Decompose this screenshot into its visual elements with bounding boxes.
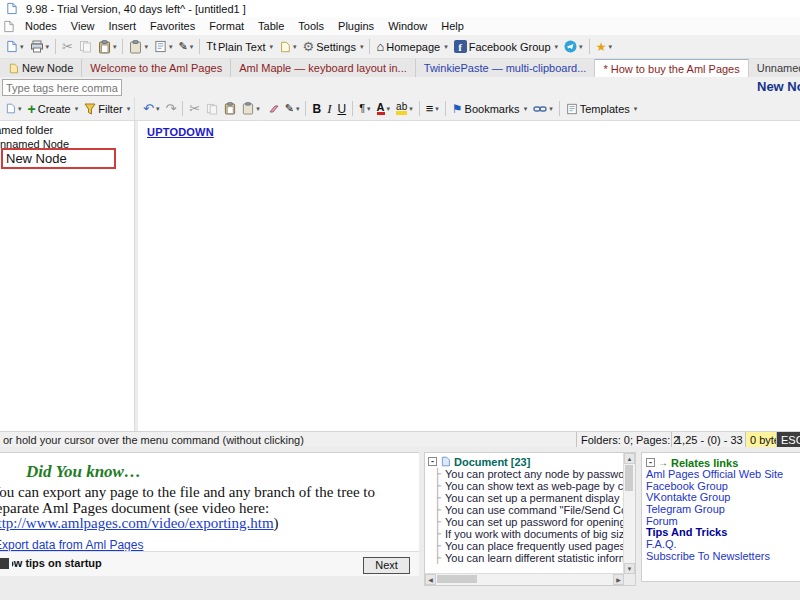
link-icon xyxy=(533,104,547,114)
tab-how-to-buy[interactable]: * How to buy the Aml Pages xyxy=(595,59,748,77)
tab-unnamed-node[interactable]: Unnamed Node xyxy=(749,59,800,77)
filter-button[interactable]: Filter ▾ xyxy=(81,98,133,119)
facebook-group-button[interactable]: f Facebook Group ▾ xyxy=(451,36,561,57)
node-type-button[interactable]: ▾ xyxy=(2,98,25,119)
menu-insert[interactable]: Insert xyxy=(101,17,143,35)
menu-table[interactable]: Table xyxy=(251,17,291,35)
list-button[interactable]: ≡▾ xyxy=(423,98,442,119)
social-button[interactable]: ▾ xyxy=(561,36,586,57)
tip-video-link[interactable]: http://www.amlpages.com/video/exporting.… xyxy=(0,515,274,531)
scroll-right-button[interactable]: ▶ xyxy=(613,574,624,585)
menu-plugins[interactable]: Plugins xyxy=(331,17,381,35)
template-icon xyxy=(566,103,578,115)
tip-tree-item[interactable]: ├You can protect any node by password. S… xyxy=(434,468,624,480)
document-icon xyxy=(440,456,451,467)
settings-button[interactable]: ⚙ Settings ▾ xyxy=(300,36,367,57)
plus-icon: + xyxy=(28,101,36,117)
editor-hyperlink[interactable]: UPTODOWN xyxy=(147,126,214,138)
node-rename-editbox[interactable]: New Node xyxy=(1,148,116,169)
tip-tree-item[interactable]: ├If you work with documents of big size,… xyxy=(434,528,624,540)
create-button[interactable]: + Create ▾ xyxy=(25,98,82,119)
tab-aml-maple[interactable]: Aml Maple — keyboard layout in... xyxy=(231,59,416,77)
branch-icon: ├ xyxy=(434,552,445,564)
notes-button[interactable]: ▾ xyxy=(151,36,176,57)
tip-tree-item[interactable]: ├You can learn different statistic infor… xyxy=(434,552,624,564)
toolbar-separator xyxy=(305,101,306,116)
bookmarks-label: Bookmarks xyxy=(465,103,520,115)
scrollbar-thumb[interactable] xyxy=(437,575,477,583)
edit-mode-button[interactable]: ▾ xyxy=(276,36,300,57)
current-node-title: New Node xyxy=(757,79,800,94)
templates-button[interactable]: Templates▾ xyxy=(563,98,641,119)
funnel-icon xyxy=(84,103,96,115)
collapse-icon[interactable]: - xyxy=(428,457,437,466)
homepage-button[interactable]: ⌂ Homepage ▾ xyxy=(373,36,450,57)
undo-button[interactable]: ↶▾ xyxy=(140,98,162,119)
tip-tree-item[interactable]: ├You can set up a permanent display of f… xyxy=(434,492,624,504)
menu-window[interactable]: Window xyxy=(381,17,434,35)
quick-edit-button[interactable]: ✎ ▾ xyxy=(175,36,196,57)
scrollbar-thumb[interactable] xyxy=(625,465,633,491)
horizontal-scrollbar[interactable]: ◀ ▶ xyxy=(425,573,624,585)
tab-new-node[interactable]: New Node xyxy=(0,59,82,77)
collapse-icon[interactable]: - xyxy=(646,458,655,467)
favorites-button[interactable]: ★ ▾ xyxy=(593,36,615,57)
menu-tools[interactable]: Tools xyxy=(291,17,331,35)
tab-welcome[interactable]: Welcome to the Aml Pages xyxy=(82,59,231,77)
new-page-button[interactable]: ▾ xyxy=(2,36,27,57)
eraser-button[interactable] xyxy=(263,98,282,119)
tab-twinkiepaste[interactable]: TwinkiePaste — multi-clipboard... xyxy=(416,59,596,77)
scroll-left-button[interactable]: ◀ xyxy=(425,574,436,585)
print-button[interactable]: ▾ xyxy=(27,36,53,57)
scroll-down-button[interactable]: ▼ xyxy=(624,563,635,574)
cut-button[interactable]: ✂ xyxy=(59,36,76,57)
tags-input[interactable] xyxy=(2,79,122,96)
scroll-up-button[interactable]: ▲ xyxy=(624,453,635,464)
clipboard-manager-button[interactable]: ▾ xyxy=(126,36,151,57)
tree-item-unnamed-folder[interactable]: Unnamed folder xyxy=(0,124,53,137)
facebook-group-label: Facebook Group xyxy=(469,41,551,53)
export-data-link[interactable]: Export data from Aml Pages xyxy=(0,538,143,552)
highlighter-icon: ab xyxy=(396,102,407,115)
dropdown-arrow-icon: ▾ xyxy=(256,105,260,112)
tip-tree-item[interactable]: ├You can place frequently used pages of … xyxy=(434,540,624,552)
link-subscribe[interactable]: Subscribe To Newsletters xyxy=(646,551,800,563)
menu-nodes[interactable]: Nodes xyxy=(18,17,64,35)
menu-help[interactable]: Help xyxy=(434,17,471,35)
scissors-icon: ✂ xyxy=(189,102,200,115)
redo-button[interactable]: ↷ xyxy=(162,98,179,119)
vertical-scrollbar[interactable]: ▲ ▼ xyxy=(623,453,635,574)
hyperlink-button[interactable]: ▾ xyxy=(530,98,556,119)
menu-favorites[interactable]: Favorites xyxy=(143,17,202,35)
new-page-icon xyxy=(5,40,18,53)
tip-tree-item[interactable]: ├You can use command "File/Send Copy" fo… xyxy=(434,504,624,516)
italic-button[interactable]: I xyxy=(324,98,334,119)
show-tips-checkbox[interactable] xyxy=(0,558,9,569)
tip-tree-item[interactable]: ├You can set up password for opening the… xyxy=(434,516,624,528)
underline-button[interactable]: U xyxy=(335,98,350,119)
bold-button[interactable]: B xyxy=(309,98,324,119)
plain-text-select[interactable]: Tt Plain Text ▾ xyxy=(203,36,276,57)
tip-tree-item[interactable]: ├You can show text as web-page by choosi… xyxy=(434,480,624,492)
copy-button[interactable] xyxy=(203,98,221,119)
paste-button[interactable] xyxy=(221,98,239,119)
font-color-button[interactable]: A▾ xyxy=(374,98,393,119)
menu-view[interactable]: View xyxy=(64,17,102,35)
link-official-site[interactable]: Aml Pages Official Web Site xyxy=(646,469,800,481)
link-telegram-group[interactable]: Telegram Group xyxy=(646,504,800,516)
document-tree-root[interactable]: - Document [23] xyxy=(428,455,624,468)
pen-icon: ✎ xyxy=(285,103,294,114)
paragraph-button[interactable]: ¶▾ xyxy=(356,98,373,119)
did-you-know-panel: Did You know… You can export any page to… xyxy=(0,452,419,552)
paste-button[interactable]: ▾ xyxy=(95,36,120,57)
bookmarks-button[interactable]: ⚑Bookmarks▾ xyxy=(449,98,530,119)
cut-button[interactable]: ✂ xyxy=(186,98,203,119)
editor-area[interactable]: UPTODOWN xyxy=(138,121,800,431)
menu-format[interactable]: Format xyxy=(202,17,251,35)
next-tip-button[interactable]: Next xyxy=(363,557,410,574)
paste-special-button[interactable]: ▾ xyxy=(239,98,263,119)
did-you-know-title: Did You know… xyxy=(26,462,141,482)
format-painter-button[interactable]: ✎▾ xyxy=(282,98,303,119)
copy-button[interactable] xyxy=(76,36,95,57)
highlight-button[interactable]: ab▾ xyxy=(393,98,416,119)
